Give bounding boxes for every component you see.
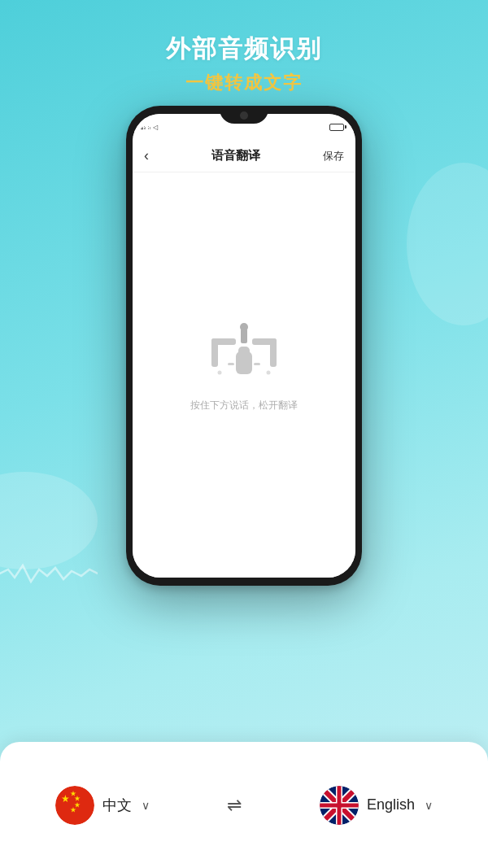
svg-rect-27 [320, 803, 359, 807]
back-button[interactable]: ‹ [144, 147, 149, 164]
header-section: 外部音频识别 一键转成文字 [0, 33, 488, 95]
phone-frame: ₄ᵢₗ ᵢₗ ◁ ‹ 语音翻译 保存 [126, 106, 362, 586]
save-button[interactable]: 保存 [323, 149, 344, 164]
source-language-chevron: ∨ [142, 799, 150, 812]
nav-title: 语音翻译 [211, 148, 260, 164]
background-blob-right [407, 163, 488, 325]
header-title: 外部音频识别 [0, 33, 488, 66]
svg-rect-1 [211, 338, 236, 345]
swap-languages-button[interactable]: ⇌ [227, 795, 242, 816]
source-language-selector[interactable]: 中文 ∨ [55, 786, 150, 825]
target-language-selector[interactable]: English ∨ [320, 786, 433, 825]
svg-rect-9 [254, 363, 260, 365]
mic-illustration [203, 322, 285, 387]
bottom-language-bar: 中文 ∨ ⇌ [0, 742, 488, 868]
svg-rect-8 [228, 363, 234, 365]
uk-flag [320, 786, 359, 825]
svg-rect-7 [238, 347, 250, 360]
status-signal: ₄ᵢₗ ᵢₗ ◁ [141, 123, 158, 131]
svg-rect-3 [252, 338, 277, 345]
china-flag [55, 786, 94, 825]
hint-text: 按住下方说话，松开翻译 [190, 399, 298, 412]
source-language-name: 中文 [102, 796, 132, 815]
phone-notch [220, 106, 268, 124]
status-battery [329, 124, 344, 131]
phone-outer: ₄ᵢₗ ᵢₗ ◁ ‹ 语音翻译 保存 [126, 106, 362, 586]
phone-screen: ₄ᵢₗ ᵢₗ ◁ ‹ 语音翻译 保存 [133, 114, 355, 578]
phone-content: 按住下方说话，松开翻译 [133, 172, 355, 578]
phone-camera [240, 111, 248, 120]
svg-point-5 [240, 323, 248, 331]
svg-point-10 [218, 370, 222, 374]
header-subtitle: 一键转成文字 [0, 71, 488, 95]
target-language-name: English [367, 796, 415, 813]
waveform-decoration [0, 553, 98, 597]
svg-point-12 [55, 786, 94, 825]
target-language-chevron: ∨ [425, 799, 433, 812]
svg-point-11 [267, 370, 271, 374]
battery-icon [329, 124, 344, 131]
app-navbar: ‹ 语音翻译 保存 [133, 140, 355, 172]
